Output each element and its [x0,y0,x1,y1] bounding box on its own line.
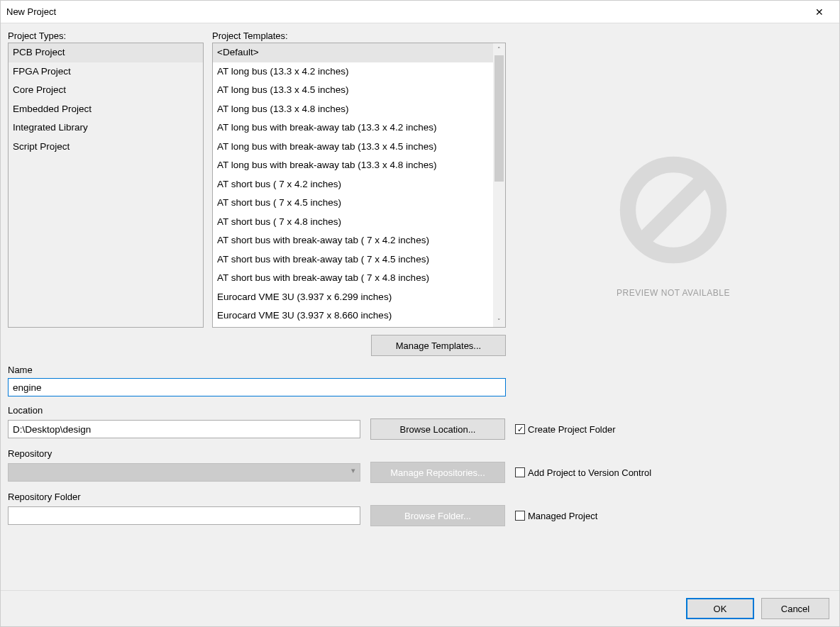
managed-project-checkbox[interactable]: Managed Project [515,511,597,521]
template-item[interactable]: AT short bus ( 7 x 4.8 inches) [213,213,493,232]
project-types-list[interactable]: PCB ProjectFPGA ProjectCore ProjectEmbed… [8,43,204,328]
checkbox-icon [515,511,525,521]
repository-label: Repository [8,448,832,459]
template-item[interactable]: AT long bus (13.3 x 4.5 inches) [213,81,493,100]
name-label: Name [8,365,832,375]
create-folder-label: Create Project Folder [528,424,616,435]
create-folder-checkbox[interactable]: ✓ Create Project Folder [515,424,616,435]
project-types-item[interactable]: Integrated Library [9,118,203,138]
location-field[interactable] [8,420,360,438]
dialog-content: Project Types: PCB ProjectFPGA ProjectCo… [1,23,839,590]
templates-scrollbar[interactable]: ˄ ˅ [493,43,505,327]
close-icon[interactable]: ✕ [805,6,834,18]
new-project-dialog: New Project ✕ Project Types: PCB Project… [0,0,840,627]
template-item[interactable]: AT short bus with break-away tab ( 7 x 4… [213,269,493,288]
template-item[interactable]: Eurocard VME 3U with break-away tab (3.9… [213,326,493,328]
template-item[interactable]: Eurocard VME 3U (3.937 x 8.660 inches) [213,306,493,326]
project-types-item[interactable]: Embedded Project [9,100,203,119]
project-types-item[interactable]: Script Project [9,138,203,157]
name-field[interactable] [8,378,506,396]
project-types-item[interactable]: FPGA Project [9,62,203,82]
browse-location-button[interactable]: Browse Location... [370,418,505,440]
template-item[interactable]: AT short bus ( 7 x 4.2 inches) [213,175,493,194]
button-bar: OK Cancel [1,590,839,626]
scroll-thumb[interactable] [494,55,504,182]
add-vc-label: Add Project to Version Control [528,467,651,478]
scroll-up-icon[interactable]: ˄ [493,43,505,55]
template-item[interactable]: AT short bus with break-away tab ( 7 x 4… [213,250,493,270]
template-item[interactable]: AT long bus with break-away tab (13.3 x … [213,138,493,157]
add-vc-checkbox[interactable]: Add Project to Version Control [515,467,651,478]
titlebar: New Project ✕ [1,1,839,23]
template-item[interactable]: Eurocard VME 3U (3.937 x 6.299 inches) [213,288,493,307]
checkbox-icon [515,467,525,477]
template-item[interactable]: AT long bus (13.3 x 4.2 inches) [213,62,493,82]
project-types-label: Project Types: [8,30,204,41]
cancel-button[interactable]: Cancel [761,598,829,619]
template-item[interactable]: AT long bus with break-away tab (13.3 x … [213,118,493,138]
svg-line-1 [643,180,702,239]
repo-folder-field[interactable] [8,506,360,525]
manage-repositories-button: Manage Repositories... [370,462,505,483]
repository-dropdown [8,463,360,482]
preview-panel: PREVIEW NOT AVAILABLE [514,30,832,328]
project-types-item[interactable]: PCB Project [9,43,203,62]
location-label: Location [8,405,832,416]
template-item[interactable]: AT long bus with break-away tab (13.3 x … [213,156,493,175]
scroll-down-icon[interactable]: ˅ [493,315,505,327]
project-types-item[interactable]: Core Project [9,81,203,100]
browse-folder-button: Browse Folder... [370,505,505,526]
template-item[interactable]: <Default> [213,43,493,62]
manage-templates-button[interactable]: Manage Templates... [371,335,506,356]
ok-button[interactable]: OK [686,598,754,619]
repo-folder-label: Repository Folder [8,492,832,502]
managed-project-label: Managed Project [528,511,597,521]
checkbox-icon: ✓ [515,424,525,434]
template-item[interactable]: AT short bus ( 7 x 4.5 inches) [213,194,493,213]
preview-text: PREVIEW NOT AVAILABLE [617,288,730,298]
template-item[interactable]: AT short bus with break-away tab ( 7 x 4… [213,231,493,250]
template-item[interactable]: AT long bus (13.3 x 4.8 inches) [213,100,493,119]
window-title: New Project [6,6,805,17]
project-templates-list[interactable]: <Default>AT long bus (13.3 x 4.2 inches)… [212,43,506,328]
project-templates-label: Project Templates: [212,30,506,41]
no-preview-icon [617,153,730,267]
